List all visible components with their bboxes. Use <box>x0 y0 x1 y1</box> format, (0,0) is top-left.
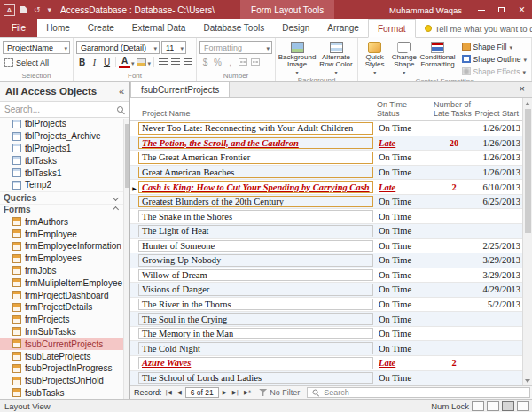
selected-object-combo[interactable]: ProjectName <box>3 41 70 54</box>
decrease-decimals-button[interactable] <box>249 56 261 68</box>
shutter-bar-icon[interactable]: « <box>119 86 124 97</box>
project-start-cell[interactable]: 1/26/2013 <box>476 121 524 136</box>
increase-decimals-button[interactable] <box>237 56 248 68</box>
project-start-cell[interactable]: 3/29/2013 <box>476 268 524 283</box>
project-name-cell[interactable]: Visions of Danger <box>138 284 373 296</box>
record-selector[interactable] <box>130 371 138 385</box>
on-time-status-cell[interactable]: On Time <box>375 327 432 341</box>
column-header-project-name[interactable]: Project Name <box>138 110 373 119</box>
document-close-icon[interactable]: × <box>512 82 532 97</box>
last-record-button[interactable] <box>231 387 240 398</box>
on-time-status-cell[interactable]: On Time <box>375 209 432 223</box>
ribbon-tab-home[interactable]: Home <box>37 19 79 37</box>
ribbon-tab-database-tools[interactable]: Database Tools <box>194 19 273 37</box>
nav-item-frmprojectdashboard[interactable]: frmProjectDashboard <box>0 289 123 301</box>
record-selector[interactable] <box>130 253 138 268</box>
nav-item-frmemployees[interactable]: frmEmployees <box>0 253 123 265</box>
nav-item-frmjobs[interactable]: frmJobs <box>0 265 123 277</box>
record-selector[interactable] <box>130 268 138 283</box>
late-tasks-cell[interactable] <box>432 268 476 283</box>
project-start-cell[interactable] <box>476 224 524 238</box>
column-header-on-time-status[interactable]: On Time Status <box>373 101 430 119</box>
record-selector[interactable] <box>130 121 138 136</box>
project-name-cell[interactable]: The Snake in the Shores <box>138 210 373 222</box>
on-time-status-cell[interactable]: On Time <box>375 239 432 253</box>
on-time-status-cell[interactable]: Late <box>375 180 432 194</box>
record-selector[interactable] <box>130 209 138 223</box>
align-right-button[interactable] <box>182 56 193 68</box>
nav-item-fsubtasks[interactable]: fsubTasks <box>0 387 123 399</box>
shape-effects-button[interactable]: Shape Effects <box>460 66 528 77</box>
record-selector[interactable] <box>130 356 138 370</box>
nav-item-tblprojects-archive[interactable]: tblProjects_Archive <box>0 130 123 143</box>
fill-color-button[interactable] <box>136 56 147 68</box>
late-tasks-cell[interactable] <box>432 195 476 209</box>
chevron-down-icon[interactable] <box>148 57 152 67</box>
nav-item-tbltasks[interactable]: tblTasks <box>0 154 123 167</box>
record-selector[interactable] <box>130 298 138 312</box>
minimize-button[interactable] <box>471 0 491 19</box>
nav-item-tblprojects1[interactable]: tblProjects1 <box>0 143 123 155</box>
ribbon-tab-arrange[interactable]: Arrange <box>318 19 368 37</box>
scrollbar-track[interactable] <box>523 233 532 376</box>
column-header-late-tasks[interactable]: Number of Late Tasks <box>430 101 474 119</box>
percent-format-button[interactable]: % <box>212 56 223 68</box>
access-app-icon[interactable]: A <box>4 4 15 16</box>
project-name-cell[interactable]: The Light of Heat <box>138 225 373 237</box>
undo-icon[interactable]: ↺ <box>31 5 43 14</box>
project-start-cell[interactable]: 5/2/2013 <box>476 298 524 312</box>
project-name-cell[interactable]: Willow of Dream <box>138 269 373 282</box>
late-tasks-cell[interactable] <box>432 327 476 341</box>
nav-item-temp2[interactable]: Temp2 <box>0 179 123 191</box>
project-start-cell[interactable]: 1/26/2013 <box>476 166 524 180</box>
nav-item-fsublateprojects[interactable]: fsubLateProjects <box>0 350 123 362</box>
shape-outline-button[interactable]: Shape Outline <box>460 53 528 65</box>
record-selector[interactable] <box>130 341 138 355</box>
align-left-button[interactable] <box>157 56 168 68</box>
number-format-combo[interactable]: Formatting <box>200 41 272 54</box>
ribbon-tab-create[interactable]: Create <box>79 19 123 37</box>
ribbon-tab-design[interactable]: Design <box>273 19 318 37</box>
nav-item-fsubprojectsonhold[interactable]: fsubProjectsOnHold <box>0 375 123 387</box>
ribbon-tab-external-data[interactable]: External Data <box>123 19 195 37</box>
project-name-cell[interactable]: Greatest Blunders of the 20th Century <box>138 196 373 208</box>
project-start-cell[interactable]: 1/26/2013 <box>476 151 524 165</box>
record-selector[interactable] <box>130 224 138 238</box>
project-start-cell[interactable]: 2/25/2013 <box>476 239 524 253</box>
conditional-formatting-button[interactable]: Conditional Formatting <box>419 41 455 77</box>
on-time-status-cell[interactable]: On Time <box>375 121 432 136</box>
project-start-cell[interactable] <box>476 371 524 385</box>
next-record-button[interactable] <box>221 387 229 398</box>
on-time-status-cell[interactable]: On Time <box>375 371 432 385</box>
background-image-button[interactable]: Background Image <box>278 41 316 76</box>
project-start-cell[interactable]: 1/26/2013 <box>476 136 524 151</box>
nav-item-frmprojectdetails[interactable]: frmProjectDetails <box>0 301 123 314</box>
project-name-cell[interactable]: The Memory in the Man <box>138 328 373 340</box>
project-name-cell[interactable]: Never Too Late: Reconnecting with Your A… <box>138 122 373 135</box>
ribbon-tab-format[interactable]: Format <box>368 19 416 38</box>
project-name-cell[interactable]: The Great American Frontier <box>138 152 373 164</box>
nav-group-queries[interactable]: Queries <box>0 191 123 204</box>
project-name-cell[interactable]: The Cold Night <box>138 342 373 354</box>
nav-pane-header[interactable]: All Access Objects « <box>0 82 129 102</box>
project-start-cell[interactable] <box>476 356 524 370</box>
on-time-status-cell[interactable]: On Time <box>375 195 432 209</box>
ribbon-tab-file[interactable]: File <box>0 19 37 37</box>
record-selector[interactable] <box>130 166 138 180</box>
nav-item-frmsubtasks[interactable]: frmSubTasks <box>0 326 123 338</box>
nav-item-frmemployee[interactable]: frmEmployee <box>0 228 123 240</box>
project-start-cell[interactable] <box>476 312 524 326</box>
new-record-button[interactable] <box>242 387 253 398</box>
on-time-status-cell[interactable]: On Time <box>375 312 432 326</box>
on-time-status-cell[interactable]: On Time <box>375 224 432 238</box>
design-view-icon[interactable] <box>517 401 529 411</box>
late-tasks-cell[interactable]: 20 <box>432 136 476 151</box>
record-search-box[interactable]: Search <box>307 387 530 398</box>
document-tab[interactable]: fsubCurrentProjects <box>130 82 230 97</box>
record-selector[interactable] <box>130 151 138 165</box>
nav-item-tbltasks1[interactable]: tblTasks1 <box>0 167 123 179</box>
project-name-cell[interactable]: Growing Up Nobody <box>138 254 373 267</box>
column-header-project-start[interactable]: Project Start <box>474 110 522 119</box>
project-start-cell[interactable]: 6/10/2013 <box>476 180 524 194</box>
select-all-button[interactable]: Select All <box>3 56 51 69</box>
